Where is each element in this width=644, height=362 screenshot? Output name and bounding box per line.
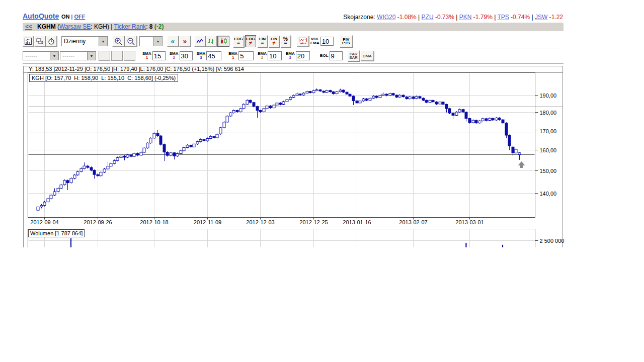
- candle: [80, 168, 83, 171]
- ema1-input[interactable]: [238, 51, 254, 60]
- related-link-jsw[interactable]: JSW: [535, 14, 547, 21]
- pivot-points-button[interactable]: PIVPTS: [340, 35, 353, 47]
- scroll-back-button[interactable]: «: [167, 36, 179, 47]
- candle: [385, 94, 388, 96]
- parabolic-sar-button[interactable]: PARSAR: [348, 50, 360, 61]
- lin-notequal-button[interactable]: LIN≠: [269, 35, 279, 47]
- color-box-3[interactable]: [124, 51, 135, 61]
- zoom-out-button[interactable]: [125, 36, 137, 47]
- layout-windows-button[interactable]: [34, 36, 45, 47]
- color-box-2[interactable]: [111, 51, 123, 61]
- autoquote-link[interactable]: AutoQuote: [23, 12, 59, 20]
- candle: [243, 104, 245, 109]
- percent-scale-button[interactable]: %=: [280, 35, 291, 47]
- candle: [37, 207, 39, 210]
- toolbar-divider: [23, 63, 564, 64]
- ohlc-info-box: KGH [O: 157,70 H: 158,90 L: 155,10 C: 15…: [29, 74, 178, 82]
- dma-button[interactable]: DMA: [361, 51, 374, 61]
- sma2-input[interactable]: [180, 51, 193, 60]
- on-toggle[interactable]: ON: [61, 14, 70, 20]
- x-axis-label: 2012-11-09: [194, 219, 221, 225]
- chevron-down-icon: ▼: [50, 52, 58, 60]
- double-chevron-right-icon: »: [183, 37, 187, 45]
- zoom-in-button[interactable]: [112, 36, 124, 47]
- candle: [133, 153, 135, 156]
- lin-equal-button[interactable]: LIN=: [257, 35, 268, 47]
- ema2-input[interactable]: [268, 51, 282, 60]
- indicator-dropdown-1[interactable]: ------ ▼: [23, 51, 59, 60]
- exchange-suffix: : KGH): [91, 23, 111, 30]
- vol-ema-input[interactable]: [320, 37, 334, 46]
- related-link-wig20[interactable]: WIG20: [377, 14, 395, 21]
- rank-colon: :: [146, 23, 149, 30]
- chevron-down-icon: ▼: [87, 52, 96, 60]
- scroll-forward-button[interactable]: »: [179, 36, 191, 47]
- ema2-sub: 2: [261, 56, 263, 60]
- candle: [306, 92, 308, 93]
- log-notequal-button[interactable]: LOG≠: [245, 35, 256, 47]
- candle: [156, 133, 159, 136]
- stopwatch-icon: [48, 38, 55, 45]
- candle: [369, 98, 371, 100]
- notequal-symbol: ≠: [249, 41, 252, 45]
- candle: [445, 105, 448, 109]
- bol-input[interactable]: [330, 51, 343, 60]
- ema1-sub: 1: [232, 56, 234, 60]
- candle: [455, 112, 458, 115]
- candle: [312, 90, 315, 93]
- chart-properties-button[interactable]: [23, 36, 34, 47]
- candle: [203, 139, 205, 141]
- candle: [419, 97, 421, 98]
- line-chart-style-button[interactable]: [194, 36, 205, 47]
- log-equal-button[interactable]: LOG=: [233, 35, 244, 47]
- related-link-pzu[interactable]: PZU: [422, 14, 434, 21]
- candle: [481, 119, 484, 121]
- sma1-input[interactable]: [152, 51, 166, 60]
- candlestick-style-button[interactable]: [217, 36, 229, 47]
- candle: [315, 89, 318, 90]
- ticker-rank-link[interactable]: Ticker Rank: [114, 23, 146, 30]
- price-chart[interactable]: 2012-09-042012-09-262012-10-182012-11-09…: [0, 64, 644, 247]
- indicator-dropdown-2[interactable]: ------ ▼: [60, 51, 96, 60]
- period-dropdown[interactable]: Dzienny ▼: [61, 36, 108, 46]
- autoquote-app: AutoQuote ON | OFF Skojarzone: WIG20 -1.…: [0, 0, 644, 362]
- candle: [97, 174, 99, 176]
- candle: [468, 119, 471, 123]
- candle: [422, 98, 425, 100]
- x-axis-label: 2013-01-16: [343, 219, 371, 225]
- back-link[interactable]: <<: [25, 23, 32, 30]
- candle: [236, 110, 238, 112]
- exchange-link[interactable]: Warsaw SE: [59, 23, 91, 30]
- volume-bar: [70, 238, 71, 247]
- candle: [159, 136, 162, 144]
- candle: [219, 128, 222, 134]
- candle: [47, 199, 49, 202]
- candle: [199, 139, 202, 141]
- sma3-input[interactable]: [206, 51, 221, 60]
- brand-link[interactable]: AutoQuote: [23, 12, 59, 20]
- candle: [249, 100, 252, 102]
- sma3-label: SMA 3: [197, 52, 206, 60]
- candle: [512, 147, 514, 153]
- color-box-1[interactable]: [99, 51, 110, 61]
- candle: [282, 102, 285, 105]
- candle: [296, 94, 298, 96]
- candle: [190, 145, 192, 147]
- ticker-symbol: KGHM: [37, 23, 56, 30]
- range-dropdown[interactable]: ▼: [139, 36, 163, 46]
- ohlc-bars-style-button[interactable]: [206, 36, 217, 47]
- candle: [429, 100, 431, 102]
- volume-panel-button[interactable]: [297, 36, 309, 47]
- related-link-tps[interactable]: TPS: [497, 14, 509, 21]
- candle: [352, 96, 355, 101]
- timer-button[interactable]: [46, 36, 57, 47]
- double-chevron-left-icon: «: [171, 37, 175, 45]
- off-toggle[interactable]: OFF: [74, 14, 85, 20]
- candle: [60, 185, 62, 189]
- related-change-jsw: -1.22: [549, 14, 563, 21]
- candle: [63, 180, 66, 185]
- candle: [126, 155, 129, 157]
- ema3-input[interactable]: [296, 51, 310, 60]
- related-link-pkn[interactable]: PKN: [459, 14, 472, 21]
- candle: [120, 156, 122, 157]
